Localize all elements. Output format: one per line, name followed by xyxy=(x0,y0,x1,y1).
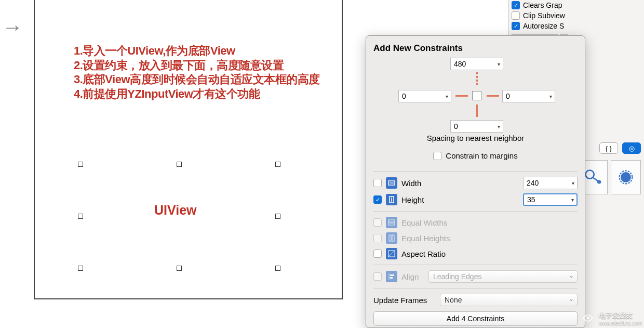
svg-line-19 xyxy=(388,251,395,257)
watermark-url: www.elecfans.com xyxy=(599,320,642,326)
equal-heights-label: Equal Heights xyxy=(401,234,578,243)
selection-handle[interactable] xyxy=(275,266,280,271)
segue-cell[interactable] xyxy=(611,160,641,194)
bottom-spacing-input[interactable]: 0 xyxy=(450,120,503,133)
height-icon xyxy=(386,194,397,205)
selection-handle[interactable] xyxy=(78,214,83,219)
svg-rect-14 xyxy=(388,220,395,222)
selection-handle[interactable] xyxy=(78,266,83,271)
constrain-margins-checkbox[interactable] xyxy=(433,152,441,160)
instruction-line: 2.设置约束，放入到最下面，高度随意设置 xyxy=(74,58,320,73)
align-select: Leading Edges xyxy=(428,270,578,283)
selection-handle[interactable] xyxy=(275,214,280,219)
clears-graphic-checkbox[interactable]: ✓ xyxy=(512,1,520,9)
selection-handle[interactable] xyxy=(177,162,182,167)
width-icon xyxy=(386,177,397,189)
svg-rect-17 xyxy=(392,235,394,241)
aspect-ratio-label: Aspect Ratio xyxy=(401,250,578,258)
equal-widths-label: Equal Widths xyxy=(401,218,578,227)
clip-subviews-checkbox[interactable] xyxy=(512,11,520,20)
left-spacing-input[interactable]: 0 xyxy=(398,90,451,102)
align-label: Align xyxy=(401,272,424,281)
selection-handle[interactable] xyxy=(275,162,280,167)
left-constraint-bar[interactable] xyxy=(455,95,468,97)
watermark-title: 电子发烧友 xyxy=(599,311,642,320)
watermark: 电子发烧友 www.elecfans.com xyxy=(580,310,642,326)
svg-point-6 xyxy=(621,172,631,182)
constrain-margins-label: Constrain to margins xyxy=(446,151,517,160)
size-inspector-icon[interactable]: ◎ xyxy=(622,142,641,154)
height-label: Height xyxy=(401,195,519,204)
back-arrow-icon: → xyxy=(2,16,23,39)
aspect-ratio-checkbox[interactable] xyxy=(373,250,382,258)
spacing-label: Spacing to nearest neighbor xyxy=(373,134,578,142)
clears-graphic-label: Clears Grap xyxy=(523,1,562,9)
uiview-element-label[interactable]: UIView xyxy=(154,203,197,218)
aspect-ratio-icon xyxy=(386,248,397,259)
autoresize-label: Autoresize S xyxy=(523,22,564,30)
svg-point-5 xyxy=(597,180,601,183)
equal-heights-icon xyxy=(386,232,397,244)
instruction-line: 1.导入一个UIView,作为底部View xyxy=(74,44,320,58)
svg-rect-22 xyxy=(390,277,393,279)
width-constraint-input[interactable]: 240 xyxy=(523,177,578,189)
svg-rect-16 xyxy=(389,235,391,241)
width-label: Width xyxy=(401,179,519,188)
width-constraint-checkbox[interactable] xyxy=(373,179,382,187)
equal-heights-checkbox xyxy=(373,234,382,242)
update-frames-select[interactable]: None xyxy=(440,294,578,306)
clip-subviews-label: Clip Subview xyxy=(523,11,565,20)
selection-handle[interactable] xyxy=(177,266,182,271)
spacing-diagram: 480 0 0 0 Spacing to nearest neighbor Co… xyxy=(373,54,578,168)
top-constraint-bar[interactable] xyxy=(476,72,478,85)
popover-title: Add New Constraints xyxy=(373,43,578,54)
height-constraint-checkbox[interactable]: ✓ xyxy=(373,195,382,204)
watermark-icon xyxy=(580,310,596,326)
instruction-text: 1.导入一个UIView,作为底部View 2.设置约束，放入到最下面，高度随意… xyxy=(74,44,320,101)
right-constraint-bar[interactable] xyxy=(487,95,499,97)
autoresize-checkbox[interactable]: ✓ xyxy=(512,22,520,30)
svg-rect-21 xyxy=(390,274,394,276)
add-constraints-button[interactable]: Add 4 Constraints xyxy=(373,311,578,326)
bottom-constraint-bar[interactable] xyxy=(476,104,478,117)
update-frames-label: Update Frames xyxy=(373,296,436,305)
align-checkbox xyxy=(373,272,382,281)
top-spacing-input[interactable]: 480 xyxy=(450,58,503,70)
svg-rect-15 xyxy=(388,223,395,225)
selection-handle[interactable] xyxy=(78,162,83,167)
center-box-icon xyxy=(472,91,481,100)
interface-builder-canvas[interactable]: 1.导入一个UIView,作为底部View 2.设置约束，放入到最下面，高度随意… xyxy=(34,0,343,299)
align-icon xyxy=(386,271,397,282)
right-spacing-input[interactable]: 0 xyxy=(502,90,555,102)
identity-inspector-icon[interactable]: { } xyxy=(599,142,618,154)
svg-point-23 xyxy=(587,317,589,320)
add-constraints-popover: Add New Constraints 480 0 0 0 Spacing to… xyxy=(366,35,585,328)
equal-widths-checkbox xyxy=(373,218,382,227)
height-constraint-input[interactable]: 35 xyxy=(523,193,578,206)
instruction-line: 3.底部View高度到时候会自动自适应文本框的高度 xyxy=(74,72,320,87)
instruction-line: 4.前提使用YZInputView才有这个功能 xyxy=(74,87,320,101)
equal-widths-icon xyxy=(386,217,397,228)
